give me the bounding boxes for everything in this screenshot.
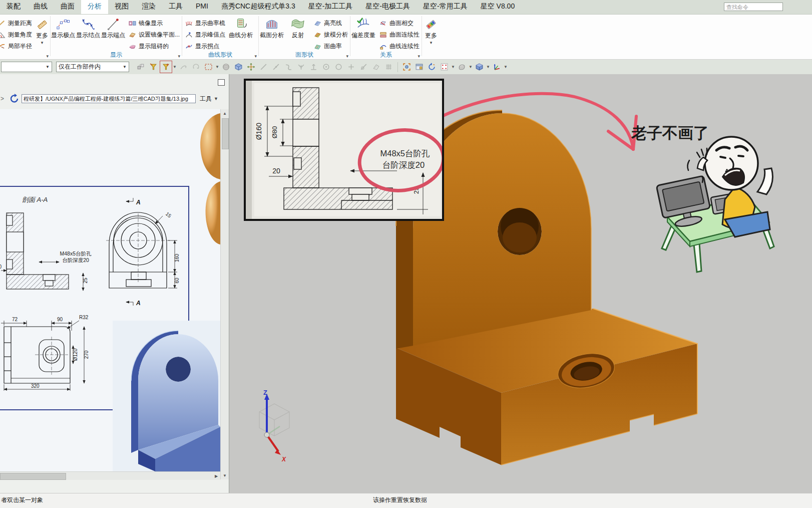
show-peak-points-label: 显示峰值点 [195, 31, 225, 39]
measure-more-button[interactable]: 更多 ▾ [34, 15, 50, 45]
menu-assembly[interactable]: 装配 [0, 0, 27, 14]
menu-pmi[interactable]: PMI [189, 0, 215, 14]
menu-xingkong-version[interactable]: 星空 V8.00 [474, 0, 521, 14]
mirror-display-button[interactable]: 镜像显示 [129, 19, 180, 28]
measure-distance-button[interactable]: 测量距离 [0, 19, 32, 28]
back-chevron-icon[interactable]: > [1, 95, 8, 102]
scrollbar-thumb[interactable] [0, 473, 66, 480]
cube-display-button[interactable] [233, 61, 244, 73]
scrollbar-thumb[interactable] [222, 118, 229, 149]
menu-xingkong-electrode[interactable]: 星空-电极工具 [359, 0, 417, 14]
local-radius-button[interactable]: 局部半径 [0, 42, 32, 51]
ribbon-more-button[interactable]: 更多 ▾ [422, 15, 440, 45]
refresh-view-button[interactable] [426, 61, 438, 73]
command-search-input[interactable] [724, 3, 783, 11]
dynamic-pan-button[interactable] [245, 61, 257, 73]
reflection-button[interactable]: 反射 [285, 15, 311, 39]
caret-down-icon[interactable]: ▼ [469, 65, 473, 69]
curve-analysis-icon [234, 17, 248, 31]
show-poles-button[interactable]: 显示极点 [51, 15, 76, 39]
curve-continuity-button[interactable]: 曲线连续性 [379, 42, 420, 51]
surface-intersection-button[interactable]: 曲面相交 [379, 19, 420, 28]
csys-vectors-button[interactable] [491, 61, 503, 73]
address-input[interactable] [22, 94, 196, 103]
face-shape-group-dropdown[interactable]: ▾ [346, 54, 348, 59]
ribbon-more-label: 更多 [425, 32, 437, 40]
viewport-canvas[interactable]: 老子不画了 [229, 74, 812, 493]
drawing-image-view[interactable]: 剖面 A-A M48x5台阶孔 台阶深度20 [0, 109, 220, 471]
show-endpoints-button[interactable]: 显示端点 [101, 15, 126, 39]
set-mirror-plane-button[interactable]: 设置镜像平面... [129, 31, 180, 39]
show-curvature-comb-button[interactable]: 显示曲率梳 [185, 19, 225, 28]
snap-perpendicular-button[interactable] [308, 61, 319, 73]
snap-line-button[interactable] [258, 61, 269, 73]
snap-circle-button[interactable] [333, 61, 344, 73]
blue-render-image [113, 321, 220, 471]
snap-grid-button[interactable] [383, 61, 394, 73]
snap-sketch-button[interactable] [370, 61, 382, 73]
snap-intersection-button[interactable] [295, 61, 307, 73]
scroll-right-icon[interactable]: ▶ [212, 472, 220, 480]
derive-arrows-button[interactable] [178, 61, 189, 73]
menu-xingkong-common[interactable]: 星空-常用工具 [417, 0, 474, 14]
menu-xingkong-machining[interactable]: 星空-加工工具 [302, 0, 359, 14]
show-knots-button[interactable]: 显示结点 [76, 15, 101, 39]
restore-window-button[interactable] [218, 79, 225, 86]
scroll-down-icon[interactable]: ▼ [221, 471, 229, 479]
caret-down-icon[interactable]: ▼ [173, 65, 177, 69]
draft-analysis-button[interactable]: 拔模分析 [314, 31, 348, 39]
face-curvature-button[interactable]: 面曲率 [314, 42, 348, 51]
relation-group-dropdown[interactable]: ▾ [418, 54, 420, 59]
display-group-dropdown[interactable]: ▾ [178, 54, 180, 59]
curve-shape-group-dropdown[interactable]: ▾ [254, 54, 257, 59]
surface-continuity-button[interactable]: 曲面连续性 [379, 31, 420, 39]
deviation-gauge-button[interactable]: 偏差度量 [350, 15, 376, 39]
snap-tangent-button[interactable] [358, 61, 369, 73]
filter-selected-button[interactable] [160, 61, 172, 73]
snap-center-button[interactable] [320, 61, 332, 73]
assembly-constraints-button[interactable] [135, 61, 147, 73]
selection-scope-dropdown[interactable]: 仅在工作部件内 ▼ [56, 62, 129, 72]
tools-menu-button[interactable]: 工具 ▼ [200, 95, 218, 103]
view-orientation-button[interactable] [474, 61, 485, 73]
horizontal-scrollbar[interactable]: ▶ [0, 471, 220, 480]
assembly-constraints-icon [137, 63, 145, 71]
snap-curve-button[interactable] [283, 61, 294, 73]
caret-down-icon[interactable]: ▼ [504, 65, 508, 69]
menu-curve[interactable]: 曲线 [27, 0, 54, 14]
show-peak-points-button[interactable]: 显示峰值点 [185, 31, 225, 39]
menu-render[interactable]: 渲染 [135, 0, 162, 14]
rectangle-select-button[interactable] [203, 61, 214, 73]
menu-surface[interactable]: 曲面 [54, 0, 81, 14]
caret-down-icon[interactable]: ▼ [215, 65, 219, 69]
measure-group-dropdown[interactable]: ▾ [46, 54, 49, 59]
relation-group-label: 关系 [350, 51, 422, 59]
show-obstructed-button[interactable]: 显示阻碍的 [129, 42, 180, 51]
vertical-scrollbar[interactable]: ▲ ▼ [220, 109, 229, 479]
menu-bar: 装配 曲线 曲面 分析 视图 渲染 工具 PMI 燕秀CNC超级程式单3.3 星… [0, 0, 812, 15]
measure-angle-button[interactable]: 测量角度 [0, 31, 32, 39]
curve-analysis-button[interactable]: 曲线分析 [227, 15, 254, 39]
window-layout-button[interactable] [414, 61, 425, 73]
section-analysis-button[interactable]: 截面分析 [259, 15, 285, 39]
menu-view[interactable]: 视图 [108, 0, 135, 14]
meme-arm [757, 168, 772, 194]
snap-midline-button[interactable] [270, 61, 282, 73]
menu-tools[interactable]: 工具 [162, 0, 189, 14]
sphere-display-button[interactable] [220, 61, 232, 73]
filter-highlight-button[interactable] [148, 61, 159, 73]
show-inflection-button[interactable]: 显示拐点 [185, 42, 225, 51]
snapshot-grid-button[interactable] [439, 61, 450, 73]
snap-point-button[interactable] [345, 61, 357, 73]
menu-yanxiu-cnc[interactable]: 燕秀CNC超级程式单3.3 [215, 0, 302, 14]
caret-down-icon[interactable]: ▼ [486, 65, 490, 69]
rendering-style-button[interactable] [456, 61, 468, 73]
capture-image-button[interactable] [401, 61, 413, 73]
scroll-up-icon[interactable]: ▲ [221, 109, 229, 117]
highlight-lines-button[interactable]: 高亮线 [314, 19, 348, 28]
refresh-icon[interactable] [9, 93, 20, 104]
menu-analysis[interactable]: 分析 [81, 0, 108, 14]
caret-down-icon[interactable]: ▼ [451, 65, 455, 69]
rotate-ghost-button[interactable] [190, 61, 202, 73]
selection-type-dropdown[interactable]: ▼ [1, 62, 52, 72]
